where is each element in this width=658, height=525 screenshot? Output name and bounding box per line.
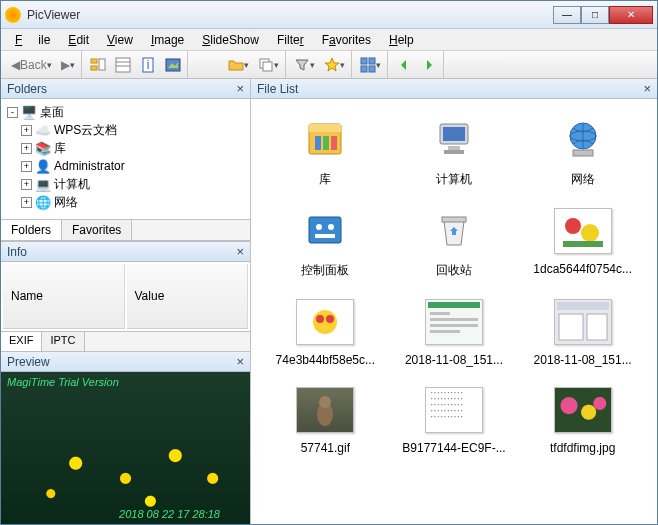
prev-image-button[interactable] (392, 54, 416, 76)
app-icon (5, 7, 21, 23)
menu-favorites[interactable]: Favorites (314, 31, 379, 49)
tree-item-5[interactable]: +🌐网络 (3, 193, 248, 211)
expand-icon[interactable]: + (21, 197, 32, 208)
svg-rect-41 (430, 312, 450, 315)
tree-item-0[interactable]: -🖥️桌面 (3, 103, 248, 121)
menu-slideshow[interactable]: SlideShow (194, 31, 267, 49)
expand-icon[interactable]: + (21, 179, 32, 190)
svg-point-35 (581, 224, 599, 242)
file-caption: 库 (319, 171, 331, 188)
svg-rect-28 (573, 150, 593, 156)
svg-rect-45 (557, 302, 609, 310)
file-item-7[interactable]: 2018-11-08_151... (392, 293, 517, 371)
svg-rect-36 (563, 241, 603, 247)
info-col-name[interactable]: Name (3, 264, 125, 329)
expand-icon[interactable]: + (21, 125, 32, 136)
title-bar: PicViewer — □ ✕ (1, 1, 657, 29)
file-item-1[interactable]: 计算机 (392, 111, 517, 192)
svg-rect-24 (448, 146, 460, 150)
tab-favorites[interactable]: Favorites (62, 220, 132, 240)
menu-help[interactable]: Help (381, 31, 422, 49)
close-button[interactable]: ✕ (609, 6, 653, 24)
copy-button[interactable]: ▾ (254, 54, 283, 76)
svg-rect-44 (430, 330, 460, 333)
svg-rect-25 (444, 150, 464, 154)
svg-text:i: i (146, 58, 149, 72)
file-item-8[interactable]: 2018-11-08_151... (520, 293, 645, 371)
tree-item-2[interactable]: +📚库 (3, 139, 248, 157)
minimize-button[interactable]: — (553, 6, 581, 24)
info-col-value[interactable]: Value (127, 264, 249, 329)
window-controls: — □ ✕ (553, 6, 653, 24)
tree-item-1[interactable]: +☁️WPS云文档 (3, 121, 248, 139)
info-close-icon[interactable]: × (236, 244, 244, 259)
next-image-button[interactable] (417, 54, 441, 76)
tab-iptc[interactable]: IPTC (42, 332, 84, 351)
network-icon: 🌐 (35, 194, 51, 210)
svg-rect-3 (116, 58, 130, 72)
folders-close-icon[interactable]: × (236, 81, 244, 96)
svg-rect-19 (315, 136, 321, 150)
list-toggle-button[interactable] (111, 54, 135, 76)
menu-file[interactable]: File (7, 31, 58, 49)
file-item-5[interactable]: 1dca5644f0754c... (520, 202, 645, 283)
file-caption: B9177144-EC9F-... (402, 441, 505, 455)
folders-title: Folders (7, 82, 47, 96)
file-item-6[interactable]: 74e3b44bf58e5c... (263, 293, 388, 371)
menu-image[interactable]: Image (143, 31, 192, 49)
info-title: Info (7, 245, 27, 259)
menu-filter[interactable]: Filter (269, 31, 312, 49)
svg-point-39 (326, 315, 334, 323)
file-item-2[interactable]: 网络 (520, 111, 645, 192)
file-item-3[interactable]: 控制面板 (263, 202, 388, 283)
preview-toggle-button[interactable] (161, 54, 185, 76)
tab-exif[interactable]: EXIF (1, 332, 42, 351)
file-thumb (552, 385, 614, 435)
filelist-close-icon[interactable]: × (643, 81, 651, 96)
folders-tree[interactable]: -🖥️桌面+☁️WPS云文档+📚库+👤Administrator+💻计算机+🌐网… (1, 99, 250, 219)
tree-label: 网络 (54, 194, 78, 211)
file-grid[interactable]: 库计算机网络控制面板回收站1dca5644f0754c...74e3b44bf5… (251, 99, 657, 524)
tree-item-4[interactable]: +💻计算机 (3, 175, 248, 193)
filter-button[interactable]: ▾ (290, 54, 319, 76)
folders-header: Folders × (1, 79, 250, 99)
file-item-10[interactable]: ········································… (392, 381, 517, 459)
view-mode-button[interactable]: ▾ (356, 54, 385, 76)
tree-item-3[interactable]: +👤Administrator (3, 157, 248, 175)
forward-button[interactable]: ▶ ▾ (57, 54, 79, 76)
expand-icon[interactable]: + (21, 143, 32, 154)
favorite-button[interactable]: ▾ (320, 54, 349, 76)
preview-pane: Preview × MagiTime Trial Version 2018 08… (1, 351, 250, 524)
tree-toggle-button[interactable] (86, 54, 110, 76)
file-caption: 计算机 (436, 171, 472, 188)
preview-image[interactable]: MagiTime Trial Version 2018 08 22 17 28:… (1, 372, 250, 524)
info-tabs: EXIF IPTC (1, 331, 250, 351)
file-thumb (294, 385, 356, 435)
back-button[interactable]: ◀ Back ▾ (7, 54, 56, 76)
file-item-11[interactable]: tfdfdfimg.jpg (520, 381, 645, 459)
svg-rect-29 (309, 217, 341, 243)
maximize-button[interactable]: □ (581, 6, 609, 24)
svg-point-34 (565, 218, 581, 234)
menu-edit[interactable]: Edit (60, 31, 97, 49)
file-item-0[interactable]: 库 (263, 111, 388, 192)
file-item-4[interactable]: 回收站 (392, 202, 517, 283)
toolbar: ◀ Back ▾ ▶ ▾ i ▾ ▾ ▾ ▾ ▾ (1, 51, 657, 79)
preview-title: Preview (7, 355, 50, 369)
svg-point-38 (316, 315, 324, 323)
expand-icon[interactable]: + (21, 161, 32, 172)
open-button[interactable]: ▾ (224, 54, 253, 76)
computer-icon: 💻 (35, 176, 51, 192)
menu-view[interactable]: View (99, 31, 141, 49)
expand-icon[interactable]: - (7, 107, 18, 118)
desktop-icon: 🖥️ (21, 104, 37, 120)
file-item-9[interactable]: 57741.gif (263, 381, 388, 459)
preview-close-icon[interactable]: × (236, 354, 244, 369)
tab-folders[interactable]: Folders (1, 220, 62, 240)
svg-rect-47 (587, 314, 607, 340)
info-toggle-button[interactable]: i (136, 54, 160, 76)
svg-rect-43 (430, 324, 478, 327)
svg-marker-12 (325, 58, 339, 71)
info-pane: Info × Name Value EXIF IPTC (1, 241, 250, 351)
tree-label: WPS云文档 (54, 122, 117, 139)
